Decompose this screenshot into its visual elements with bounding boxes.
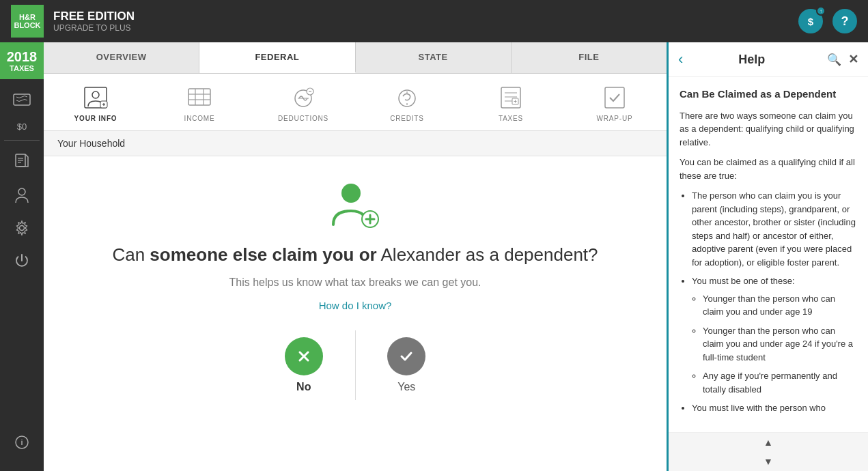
- section-title: Your Household: [44, 131, 667, 156]
- your-info-label: YOUR INFO: [74, 115, 117, 122]
- sidebar-divider: [4, 140, 39, 141]
- tab-file[interactable]: FILE: [512, 42, 667, 73]
- svg-point-6: [20, 226, 25, 231]
- dollar-icon-button[interactable]: $ ↑: [798, 9, 823, 33]
- deductions-label: DEDUCTIONS: [278, 115, 328, 122]
- content-area: OVERVIEW FEDERAL STATE FILE: [44, 42, 667, 471]
- credits-label: CREDITS: [390, 115, 424, 122]
- help-sub-bullet1: Younger than the person who can claim yo…: [703, 292, 857, 319]
- top-header: H&R BLOCK FREE EDITION UPGRADE TO PLUS $…: [0, 0, 868, 42]
- sub-nav: YOUR INFO INCOME: [44, 74, 667, 131]
- sub-nav-income[interactable]: INCOME: [148, 81, 251, 125]
- deductions-icon: [289, 83, 318, 112]
- answer-yes-option: Yes: [356, 330, 458, 400]
- question-area: Can someone else claim you or Alexander …: [44, 156, 667, 414]
- wrap-up-icon: [600, 83, 629, 112]
- sidebar-person-icon[interactable]: [8, 182, 36, 209]
- income-label: INCOME: [184, 115, 215, 122]
- sidebar-state-icon[interactable]: [8, 86, 36, 113]
- sub-nav-wrap-up[interactable]: WRAP-UP: [563, 81, 667, 125]
- sidebar-document-icon[interactable]: [8, 149, 36, 176]
- svg-rect-0: [14, 94, 30, 105]
- tab-federal[interactable]: FEDERAL: [199, 42, 355, 73]
- svg-text:i: i: [20, 438, 23, 446]
- how-link[interactable]: How do I know?: [319, 300, 392, 311]
- sidebar-amount: $0: [17, 122, 27, 132]
- svg-rect-33: [605, 87, 624, 108]
- taxes-label: TAXES: [499, 115, 523, 122]
- income-icon: [185, 83, 214, 112]
- help-sub-bullet3: Any age if you're permanently and totall…: [703, 369, 857, 396]
- credits-icon: [393, 83, 421, 112]
- no-label: No: [296, 381, 311, 393]
- header-icons: $ ↑ ?: [798, 9, 857, 33]
- help-header: ‹ Help 🔍 ✕: [669, 42, 868, 77]
- no-button[interactable]: [285, 337, 323, 375]
- svg-point-5: [18, 188, 25, 195]
- logo: H&R BLOCK: [11, 5, 44, 38]
- help-title: Help: [683, 53, 820, 67]
- help-body: Can Be Claimed as a Dependent There are …: [669, 77, 868, 432]
- svg-point-34: [341, 184, 361, 203]
- page-content: Your Household Can someone else claim yo…: [44, 131, 667, 471]
- nav-tabs: OVERVIEW FEDERAL STATE FILE: [44, 42, 667, 74]
- your-info-icon: [81, 83, 110, 112]
- yes-button[interactable]: [387, 337, 425, 375]
- help-back-button[interactable]: ‹: [678, 51, 683, 68]
- upgrade-label: UPGRADE TO PLUS: [53, 23, 135, 33]
- taxes-icon: [496, 83, 525, 112]
- help-sub-list: Younger than the person who can claim yo…: [692, 292, 857, 397]
- help-bullet1: The person who can claim you is your par…: [692, 189, 857, 269]
- sidebar-info-icon[interactable]: i: [8, 429, 36, 461]
- question-subtitle: This helps us know what tax breaks we ca…: [229, 276, 481, 289]
- sidebar-year: 2018 TAXES: [0, 42, 44, 79]
- svg-rect-14: [188, 89, 210, 105]
- tab-overview[interactable]: OVERVIEW: [44, 42, 199, 73]
- sub-nav-credits[interactable]: CREDITS: [355, 81, 459, 125]
- help-bullet3: You must live with the person who: [692, 401, 857, 415]
- edition-label: FREE EDITION: [53, 10, 135, 23]
- tab-state[interactable]: STATE: [356, 42, 512, 73]
- left-sidebar: 2018 TAXES $0: [0, 42, 44, 471]
- svg-point-10: [92, 91, 99, 98]
- help-section-title: Can Be Claimed as a Dependent: [680, 87, 857, 102]
- sidebar-power-icon[interactable]: [8, 247, 36, 274]
- answer-row: No Yes: [253, 330, 458, 400]
- sub-nav-taxes[interactable]: TAXES: [459, 81, 563, 125]
- help-scroll-up-button[interactable]: ▲: [669, 433, 868, 452]
- help-bullet2: You must be one of these: Younger than t…: [692, 274, 857, 396]
- sub-nav-deductions[interactable]: DEDUCTIONS: [251, 81, 355, 125]
- yes-label: Yes: [397, 381, 415, 393]
- add-person-icon: [328, 177, 382, 231]
- help-para2: You can be claimed as a qualifying child…: [680, 156, 857, 182]
- answer-no-option: No: [253, 330, 356, 400]
- help-panel: ‹ Help 🔍 ✕ Can Be Claimed as a Dependent…: [667, 42, 868, 471]
- sidebar-gear-icon[interactable]: [8, 214, 36, 242]
- sub-nav-your-info[interactable]: YOUR INFO: [44, 81, 148, 125]
- help-bullet-list: The person who can claim you is your par…: [680, 189, 857, 415]
- help-close-button[interactable]: ✕: [848, 52, 858, 67]
- main-layout: 2018 TAXES $0: [0, 42, 868, 471]
- header-title: FREE EDITION UPGRADE TO PLUS: [53, 10, 135, 33]
- help-scroll-down-button[interactable]: ▼: [669, 452, 868, 471]
- wrap-up-label: WRAP-UP: [597, 115, 633, 122]
- help-search-icon[interactable]: 🔍: [827, 53, 841, 67]
- help-icon-button[interactable]: ?: [832, 9, 857, 33]
- help-scroll-buttons: ▲ ▼: [669, 432, 868, 471]
- question-title: Can someone else claim you or Alexander …: [112, 244, 598, 267]
- help-para1: There are two ways someone can claim you…: [680, 109, 857, 149]
- help-sub-bullet2: Younger than the person who can claim yo…: [703, 324, 857, 365]
